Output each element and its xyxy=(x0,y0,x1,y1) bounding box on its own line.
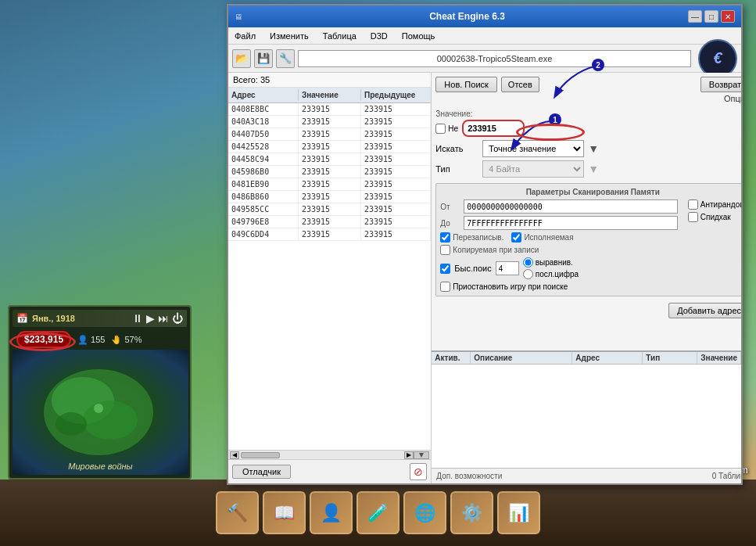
table-row[interactable]: 045986B0 233915 233915 xyxy=(228,166,431,178)
from-input[interactable] xyxy=(464,199,677,214)
table-row[interactable]: 0481EB90 233915 233915 xyxy=(228,178,431,191)
menu-table[interactable]: Таблица xyxy=(320,31,360,41)
table-row[interactable]: 0408E8BC 233915 233915 xyxy=(228,103,431,116)
checkboxes-row2: Копируемая при записи xyxy=(440,245,677,255)
pause-btn[interactable]: ⏸ xyxy=(132,312,143,325)
type-label: Тип xyxy=(435,164,478,174)
table-row[interactable]: 049C6DD4 233915 233915 xyxy=(228,228,431,241)
rewrite-checkbox[interactable] xyxy=(440,232,450,242)
fast-scan-checkbox[interactable] xyxy=(440,264,450,274)
ce-toolbar: 📂 💾 🔧 € xyxy=(228,45,741,73)
ce-titlebar: 🖥 Cheat Engine 6.3 — □ ✕ xyxy=(228,5,741,27)
address-table: Актив. Описание Адрес Тип Значение xyxy=(432,350,741,468)
address-table-body[interactable] xyxy=(432,365,741,468)
taskbar-icon-globe[interactable]: 🌐 xyxy=(403,491,446,534)
to-label: До xyxy=(440,219,460,228)
pause-checkbox[interactable] xyxy=(440,282,450,292)
table-row[interactable]: 040A3C18 233915 233915 xyxy=(228,116,431,128)
stop-button[interactable]: ⊘ xyxy=(410,463,427,480)
search-type-section: Искать Точное значение ▼ xyxy=(435,140,741,157)
to-row: До xyxy=(440,216,677,230)
close-button[interactable]: ✕ xyxy=(721,10,735,23)
to-input[interactable] xyxy=(464,216,677,230)
menu-edit[interactable]: Изменить xyxy=(267,31,312,41)
people-stat: 👤155 xyxy=(77,331,105,348)
copy-checkbox[interactable] xyxy=(440,245,450,255)
value-input[interactable] xyxy=(462,120,525,137)
minimize-button[interactable]: — xyxy=(688,10,702,23)
debugger-button[interactable]: Отладчик xyxy=(232,465,291,479)
taskbar-icon-hammer[interactable]: 🔨 xyxy=(216,491,259,534)
from-row: От xyxy=(440,199,677,214)
menu-help[interactable]: Помощь xyxy=(399,31,439,41)
status-right: 0 Таблице xyxy=(712,472,741,480)
table-row[interactable]: 04407D50 233915 233915 xyxy=(228,128,431,141)
island-svg xyxy=(40,361,161,463)
table-row[interactable]: 04425528 233915 233915 xyxy=(228,141,431,153)
rewrite-label: Перезаписыв. xyxy=(453,233,503,242)
undo-button[interactable]: Возврат xyxy=(700,77,741,92)
toolbar-settings-btn[interactable]: 🔧 xyxy=(276,49,295,68)
total-count: Всего: 35 xyxy=(228,73,431,88)
search-label: Искать xyxy=(435,144,478,153)
col-header-active: Актив. xyxy=(432,352,471,364)
svg-marker-5 xyxy=(419,453,424,458)
table-row[interactable]: 049796E8 233915 233915 xyxy=(228,216,431,228)
hex-checkbox[interactable] xyxy=(435,124,446,134)
mini-map-header: 📅 Янв., 1918 ⏸ ▶ ⏭ ⏻ xyxy=(13,310,187,327)
speedhack-checkbox[interactable] xyxy=(688,212,698,222)
radio-lastdigit-label: посл.цифра xyxy=(536,270,579,278)
taskbar-icon-chart[interactable]: 📊 xyxy=(497,491,540,534)
next-scan-button[interactable]: Отсев xyxy=(501,77,539,92)
results-table[interactable]: 0408E8BC 233915 233915 040A3C18 233915 2… xyxy=(228,103,431,450)
fast-scan-input[interactable] xyxy=(496,261,519,275)
options-label[interactable]: Опции xyxy=(435,94,741,103)
search-dropdown-icon[interactable]: ▼ xyxy=(588,142,599,155)
menu-d3d[interactable]: D3D xyxy=(367,31,391,41)
exec-checkbox[interactable] xyxy=(511,232,521,242)
menu-file[interactable]: Файл xyxy=(231,31,259,41)
exec-check: Исполняемая xyxy=(511,232,573,242)
fast-btn[interactable]: ⏭ xyxy=(158,312,169,325)
address-bar[interactable] xyxy=(298,50,691,67)
arrow-down-icon xyxy=(417,451,425,459)
game-date: Янв., 1918 xyxy=(32,314,75,323)
taskbar-icon-book[interactable]: 📖 xyxy=(263,491,306,534)
value-label: Значение: xyxy=(435,110,741,118)
scroll-right[interactable]: ▶ xyxy=(404,451,414,459)
table-row[interactable]: 04458C94 233915 233915 xyxy=(228,153,431,166)
radio-lastdigit[interactable] xyxy=(523,269,533,279)
radio-align[interactable] xyxy=(523,257,533,268)
mini-map-panel: 📅 Янв., 1918 ⏸ ▶ ⏭ ⏻ $233,915 👤155 🤚57% … xyxy=(8,305,192,480)
table-row[interactable]: 0486B860 233915 233915 xyxy=(228,191,431,203)
anti-random-check: Антирандом xyxy=(688,199,741,210)
right-checkboxes: Антирандом Спидхак xyxy=(688,199,741,292)
toolbar-open-btn[interactable]: 📂 xyxy=(232,49,251,68)
add-address-button[interactable]: Добавить адрес xyxy=(668,303,741,318)
ce-body: Всего: 35 Адрес Значение Предыдущее 0408… xyxy=(228,73,741,483)
play-btn[interactable]: ▶ xyxy=(146,312,155,325)
radio-group: выравнив. посл.цифра xyxy=(523,257,579,279)
scroll-thumb[interactable] xyxy=(241,452,280,458)
col-header-val: Значение xyxy=(299,89,361,101)
mini-map-image[interactable]: Мировые войны xyxy=(13,350,188,475)
maximize-button[interactable]: □ xyxy=(704,10,718,23)
power-btn[interactable]: ⏻ xyxy=(172,312,183,325)
type-select[interactable]: 4 Байта xyxy=(482,160,584,178)
svg-point-4 xyxy=(94,404,103,413)
new-scan-button[interactable]: Нов. Поиск xyxy=(435,77,497,92)
ce-title: Cheat Engine 6.3 xyxy=(246,11,688,22)
search-type-select[interactable]: Точное значение xyxy=(482,140,584,157)
table-header: Адрес Значение Предыдущее xyxy=(228,88,431,103)
scroll-left[interactable]: ◀ xyxy=(230,451,239,459)
taskbar-icon-gear[interactable]: ⚙️ xyxy=(450,491,493,534)
taskbar-icon-person[interactable]: 👤 xyxy=(310,491,353,534)
scroll-extra[interactable] xyxy=(414,451,429,459)
horizontal-scrollbar[interactable]: ◀ ▶ xyxy=(228,450,431,459)
toolbar-save-btn[interactable]: 💾 xyxy=(254,49,273,68)
checkboxes-row1: Перезаписыв. Исполняемая xyxy=(440,232,677,242)
table-row[interactable]: 049585CC 233915 233915 xyxy=(228,203,431,216)
rewrite-check: Перезаписыв. xyxy=(440,232,503,242)
taskbar-icon-flask[interactable]: 🧪 xyxy=(357,491,399,534)
anti-random-checkbox[interactable] xyxy=(688,199,698,210)
